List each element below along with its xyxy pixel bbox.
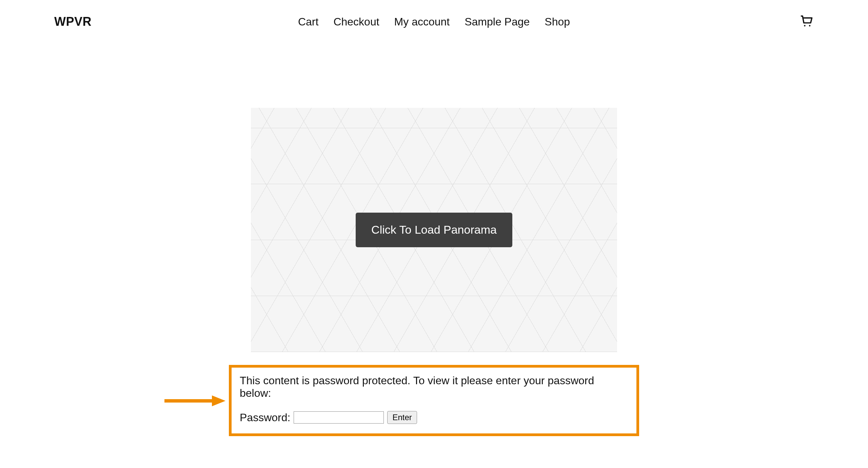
nav-link-my-account[interactable]: My account (394, 16, 450, 28)
svg-marker-3 (212, 395, 225, 406)
site-header: WPVR Cart Checkout My account Sample Pag… (0, 0, 868, 43)
load-panorama-button[interactable]: Click To Load Panorama (356, 213, 512, 247)
enter-button[interactable]: Enter (387, 411, 417, 424)
password-message: This content is password protected. To v… (240, 374, 628, 399)
password-protected-section: This content is password protected. To v… (229, 365, 639, 436)
nav-link-cart[interactable]: Cart (298, 16, 318, 28)
nav-link-shop[interactable]: Shop (545, 16, 570, 28)
password-form-row: Password: Enter (240, 411, 628, 424)
svg-point-0 (804, 25, 805, 26)
svg-point-1 (809, 25, 810, 26)
password-label: Password: (240, 411, 290, 424)
site-title[interactable]: WPVR (54, 15, 92, 29)
nav-link-sample-page[interactable]: Sample Page (465, 16, 530, 28)
nav-link-checkout[interactable]: Checkout (333, 16, 379, 28)
annotation-arrow-icon (164, 394, 225, 409)
primary-nav: Cart Checkout My account Sample Page Sho… (298, 16, 570, 28)
cart-icon[interactable] (799, 14, 814, 30)
password-box: This content is password protected. To v… (229, 365, 639, 436)
panorama-placeholder: Click To Load Panorama (251, 108, 617, 352)
main-content: Click To Load Panorama This content is p… (0, 43, 868, 436)
password-input[interactable] (294, 411, 384, 424)
